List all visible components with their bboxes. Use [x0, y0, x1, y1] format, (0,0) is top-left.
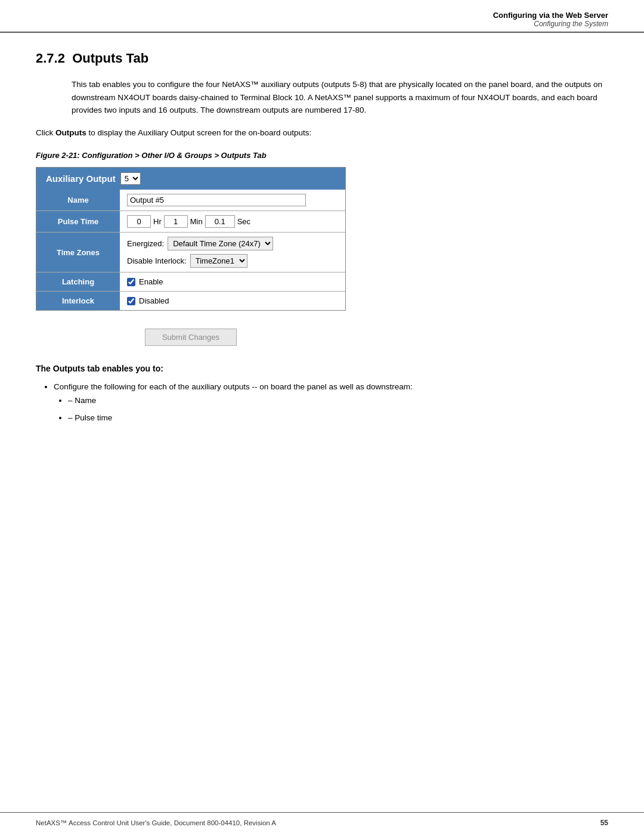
pulse-sec-input[interactable]	[205, 215, 235, 228]
bullet-list: Configure the following for each of the …	[54, 380, 608, 425]
time-zones-row: Time Zones Energized: Default Time Zone …	[36, 233, 345, 272]
header-right: Configuring via the Web Server Configuri…	[493, 11, 608, 28]
form-container: Auxiliary Output 5 6 7 8 Name	[36, 167, 346, 311]
interlock-checkbox-row: Disabled	[127, 296, 338, 305]
page-header: Configuring via the Web Server Configuri…	[0, 0, 644, 33]
pulse-row: Hr Min Sec	[127, 215, 338, 228]
bottom-section: The Outputs tab enables you to: Configur…	[36, 364, 608, 425]
output-number-select[interactable]: 5 6 7 8	[120, 172, 141, 185]
energized-select[interactable]: Default Time Zone (24x7)	[168, 237, 273, 250]
pulse-min-input[interactable]	[164, 215, 188, 228]
footer-left-text: NetAXS™ Access Control Unit User's Guide…	[36, 819, 276, 826]
interlock-row: Interlock Disabled	[36, 292, 345, 311]
hr-label: Hr	[153, 217, 162, 226]
min-label: Min	[190, 217, 203, 226]
sub-list: Name Pulse time	[68, 394, 608, 425]
latching-input-cell: Enable	[120, 272, 345, 292]
submit-area: Submit Changes	[36, 329, 346, 346]
figure-caption: Figure 2-21: Configuration > Other I/O &…	[36, 151, 608, 160]
disable-interlock-row: Disable Interlock: TimeZone1	[127, 254, 338, 268]
name-input-cell	[120, 190, 345, 211]
time-zones-label: Time Zones	[36, 233, 120, 272]
latching-row: Latching Enable	[36, 272, 345, 292]
bottom-heading: The Outputs tab enables you to:	[36, 364, 608, 373]
main-content: 2.7.2 Outputs Tab This tab enables you t…	[0, 33, 644, 465]
list-item: Configure the following for each of the …	[54, 380, 608, 425]
sub-list-item-pulse: Pulse time	[68, 411, 608, 425]
pulse-time-row: Pulse Time Hr Min Sec	[36, 211, 345, 233]
name-input[interactable]	[127, 194, 306, 206]
intro-paragraph: This tab enables you to configure the fo…	[72, 78, 608, 117]
time-zones-input-cell: Energized: Default Time Zone (24x7) Disa…	[120, 233, 345, 272]
pulse-time-input-cell: Hr Min Sec	[120, 211, 345, 233]
latching-checkbox-row: Enable	[127, 277, 338, 286]
name-label: Name	[36, 190, 120, 211]
interlock-label: Interlock	[36, 292, 120, 311]
pulse-hr-input[interactable]	[127, 215, 151, 228]
form-table: Name Pulse Time Hr Min	[36, 190, 345, 310]
latching-checkbox-label: Enable	[139, 277, 163, 286]
click-text: Click Outputs to display the Auxiliary O…	[36, 126, 608, 140]
header-subtitle: Configuring the System	[493, 20, 608, 28]
interlock-checkbox[interactable]	[127, 297, 135, 305]
page-number: 55	[600, 819, 608, 827]
header-title: Configuring via the Web Server	[493, 11, 608, 20]
submit-button[interactable]: Submit Changes	[145, 329, 237, 346]
disable-interlock-label: Disable Interlock:	[127, 256, 187, 265]
energized-label: Energized:	[127, 239, 164, 248]
page-container: Configuring via the Web Server Configuri…	[0, 0, 644, 833]
interlock-checkbox-label: Disabled	[139, 296, 169, 305]
sub-list-item-name: Name	[68, 394, 608, 408]
outputs-bold: Outputs	[55, 128, 86, 137]
auxiliary-output-label: Auxiliary Output	[46, 174, 116, 184]
disable-interlock-select[interactable]: TimeZone1	[190, 254, 247, 268]
name-row: Name	[36, 190, 345, 211]
latching-checkbox[interactable]	[127, 278, 135, 286]
section-heading: 2.7.2 Outputs Tab	[36, 51, 608, 66]
latching-label: Latching	[36, 272, 120, 292]
page-footer: NetAXS™ Access Control Unit User's Guide…	[0, 812, 644, 833]
sec-label: Sec	[237, 217, 250, 226]
form-header: Auxiliary Output 5 6 7 8	[36, 168, 345, 190]
energized-row: Energized: Default Time Zone (24x7)	[127, 237, 338, 250]
pulse-time-label: Pulse Time	[36, 211, 120, 233]
interlock-input-cell: Disabled	[120, 292, 345, 311]
bullet-text: Configure the following for each of the …	[54, 382, 413, 391]
